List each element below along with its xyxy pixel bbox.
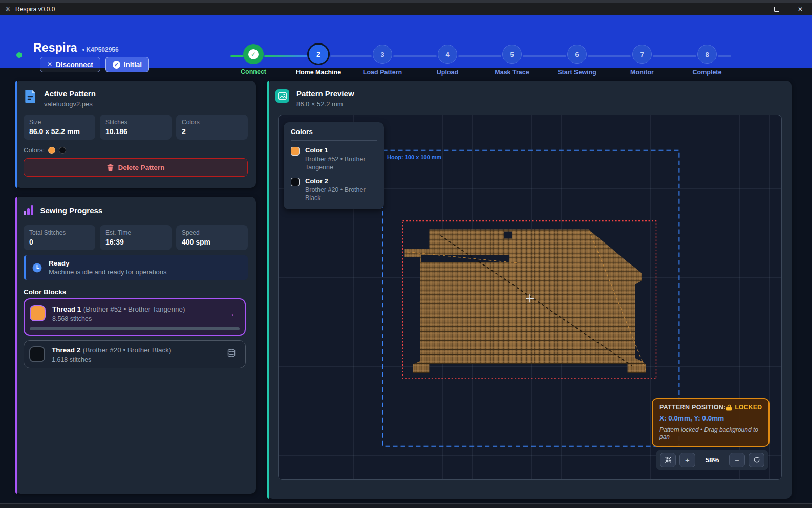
active-pattern-card: Active Pattern valetudogv2.pes Size 86.0…	[15, 81, 256, 188]
step-start-sewing[interactable]: 6 Start Sewing	[545, 44, 609, 76]
disconnect-button[interactable]: ✕ Disconnect	[40, 57, 100, 72]
center-crosshair	[526, 294, 534, 302]
step-complete[interactable]: 8 Complete	[675, 44, 739, 76]
check-circle-icon: ✓	[113, 61, 120, 69]
step-load-pattern[interactable]: 3 Load Pattern	[351, 44, 414, 76]
maximize-button[interactable]	[765, 3, 788, 15]
titlebar: ❋ Respira v0.0.0 ✕	[0, 3, 812, 15]
stat-stitches: Stitches 10.186	[100, 115, 172, 140]
fit-view-button[interactable]	[660, 453, 676, 467]
initial-label: Initial	[124, 61, 142, 69]
pattern-lock-hint: Pattern locked • Drag background to pan	[659, 426, 762, 440]
preview-canvas[interactable]: Hoop: 100 x 100 mm Colors Color 1 Brothe…	[278, 115, 782, 480]
step-connect[interactable]: ✓ Connect	[222, 44, 285, 75]
brand-title: Respira	[33, 41, 77, 55]
pattern-preview-title: Pattern Preview	[296, 89, 354, 98]
arrow-right-icon: →	[226, 308, 239, 319]
window-controls: ✕	[741, 3, 812, 15]
step-done-icon: ✓	[243, 44, 264, 64]
jump-stitch-line	[407, 252, 519, 263]
thread-block-2[interactable]: Thread 2 (Brother #20 • Brother Black) 1…	[24, 340, 246, 368]
trash-icon	[107, 164, 114, 171]
initial-button[interactable]: ✓ Initial	[105, 57, 149, 72]
color-blocks-label: Color Blocks	[24, 288, 66, 296]
thread-block-1[interactable]: Thread 1 (Brother #52 • Brother Tangerin…	[24, 298, 246, 336]
thread-1-progress	[30, 327, 240, 330]
hoop-label: Hoop: 100 x 100 mm	[387, 154, 441, 160]
legend-entry-color-2: Color 2 Brother #20 • Brother Black	[291, 177, 377, 202]
step-home-machine[interactable]: 2 Home Machine	[287, 44, 350, 76]
reset-view-button[interactable]	[749, 453, 764, 467]
status-title: Ready	[49, 259, 167, 267]
locked-badge: LOCKED	[726, 404, 762, 411]
minimize-icon	[751, 9, 756, 10]
hoop-boundary	[383, 150, 679, 446]
color-swatch-orange	[48, 147, 55, 154]
stat-speed: Speed 400 spm	[176, 225, 248, 250]
pattern-coordinates: X: 0.0mm, Y: 0.0mm	[659, 414, 762, 422]
maximize-icon	[774, 7, 779, 12]
clock-icon	[32, 263, 42, 273]
zoom-controls: + 58% −	[656, 450, 768, 470]
legend-entry-color-1: Color 1 Brother #52 • Brother Tangerine	[291, 146, 377, 171]
stat-colors: Colors 2	[176, 115, 248, 140]
zoom-level: 58%	[699, 456, 725, 464]
stat-total-stitches: Total Stitches 0	[24, 225, 95, 250]
lock-icon	[726, 404, 732, 411]
zoom-in-button[interactable]: +	[679, 453, 695, 467]
pattern-dimensions: 86.0 × 52.2 mm	[296, 100, 354, 108]
window-title: Respira v0.0.0	[15, 6, 55, 13]
minimize-button[interactable]	[741, 3, 765, 15]
connection-status-dot	[16, 52, 22, 58]
machine-serial: • K4P502956	[82, 46, 119, 53]
layers-stack-icon	[227, 348, 239, 360]
sewing-progress-card: Sewing Progress Total Stitches 0 Est. Ti…	[15, 197, 256, 494]
refresh-icon	[753, 456, 760, 463]
zoom-out-button[interactable]: −	[729, 453, 745, 467]
thread-1-swatch	[30, 305, 46, 321]
pattern-preview-card: Pattern Preview 86.0 × 52.2 mm	[267, 81, 792, 499]
app-header: Respira • K4P502956 ✕ Disconnect ✓ Initi…	[0, 15, 812, 68]
sewing-progress-title: Sewing Progress	[40, 206, 103, 215]
legend-swatch-1	[291, 147, 300, 156]
stat-size: Size 86.0 x 52.2 mm	[24, 115, 95, 140]
app-window: ❋ Respira v0.0.0 ✕ Respira • K4P502956 ✕…	[0, 0, 812, 508]
pattern-filename: valetudogv2.pes	[44, 100, 96, 108]
jump-stitch-line	[440, 236, 632, 366]
stat-est-time: Est. Time 16:39	[100, 225, 172, 250]
legend-swatch-2	[291, 178, 300, 186]
bar-chart-icon	[24, 205, 33, 215]
embroidery-pattern	[404, 230, 646, 373]
x-icon: ✕	[47, 61, 52, 68]
pattern-colors-row: Colors:	[24, 146, 66, 154]
step-upload[interactable]: 4 Upload	[416, 44, 479, 76]
jump-stitch-line	[590, 232, 646, 370]
pattern-position-overlay: PATTERN POSITION: LOCKED X: 0.0mm, Y: 0.…	[652, 398, 770, 447]
step-mask-trace[interactable]: 5 Mask Trace	[480, 44, 544, 76]
pattern-bounds	[403, 221, 656, 379]
machine-status-box: Ready Machine is idle and ready for oper…	[24, 255, 248, 280]
status-description: Machine is idle and ready for operations	[49, 268, 167, 276]
disconnect-label: Disconnect	[56, 61, 93, 69]
color-swatch-black	[59, 147, 66, 154]
active-pattern-title: Active Pattern	[44, 89, 96, 98]
background-window-strip	[0, 503, 812, 508]
step-monitor[interactable]: 7 Monitor	[610, 44, 674, 76]
fit-view-icon	[665, 456, 672, 463]
document-icon	[24, 89, 37, 103]
delete-pattern-button[interactable]: Delete Pattern	[24, 158, 248, 177]
app-icon: ❋	[5, 6, 10, 13]
thread-2-swatch	[29, 346, 45, 362]
image-icon	[275, 89, 289, 103]
close-button[interactable]: ✕	[788, 3, 812, 15]
colors-legend: Colors Color 1 Brother #52 • Brother Tan…	[284, 122, 384, 209]
